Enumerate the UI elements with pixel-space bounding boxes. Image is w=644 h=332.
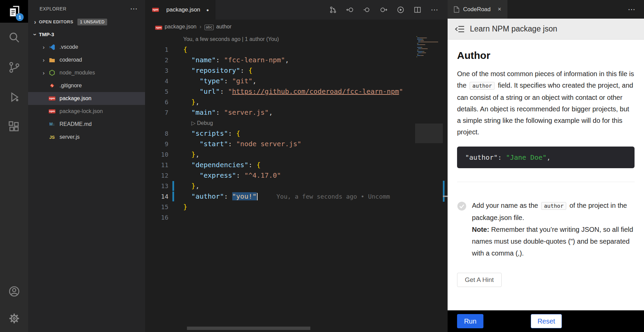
arrow-circle-right-icon[interactable] [379, 5, 388, 14]
modified-line-indicator [172, 192, 174, 201]
editor-group: npm package.json ● [145, 0, 448, 332]
tree-item-.vscode[interactable]: ›.vscode [28, 41, 145, 53]
node-icon [48, 70, 56, 76]
chevron-right-icon: › [40, 44, 48, 50]
line-number: 14 [145, 191, 183, 202]
divider [457, 182, 635, 182]
circle-dash-icon[interactable] [362, 5, 371, 14]
file-label: .gitignore [59, 83, 82, 89]
section-title: Author [457, 50, 635, 61]
npm-icon: npm [48, 96, 56, 101]
js-icon: JS [48, 135, 56, 140]
inline-code-chip: author [470, 82, 495, 90]
reset-button[interactable]: Reset [531, 314, 562, 328]
task-item: Add your name as the author of the proje… [457, 200, 635, 259]
code-line-1[interactable]: 1{ [145, 44, 443, 55]
section-paragraph: One of the most common pieces of informa… [457, 68, 635, 138]
coderoad-panel: CodeRoad × ⋯ Learn NPM package json Auth… [448, 0, 644, 332]
more-actions-icon[interactable]: ⋯ [130, 4, 138, 13]
arrow-circle-left-icon[interactable] [345, 5, 354, 14]
run-debug-icon[interactable] [0, 82, 28, 112]
code-line-3[interactable]: 3 "repository": { [145, 65, 443, 76]
debug-codelens[interactable]: ▷ Debug [145, 118, 443, 128]
code-line-13[interactable]: 13 }, [145, 181, 443, 191]
npm-icon: npm [151, 8, 160, 12]
menu-fold-icon[interactable] [455, 25, 464, 33]
overview-ruler [443, 34, 448, 322]
run-button[interactable]: Run [457, 314, 483, 328]
close-icon[interactable]: × [498, 6, 501, 13]
code-line-6[interactable]: 6 }, [145, 97, 443, 107]
panel-tab-label: CodeRoad [463, 6, 491, 13]
tree-item-README.md[interactable]: ›M↓README.md [28, 118, 145, 131]
horizontal-scrollbar[interactable] [145, 327, 448, 330]
code-area[interactable]: You, a few seconds ago | 1 author (You)1… [145, 34, 443, 223]
play-circle-icon[interactable] [396, 5, 405, 14]
line-number: 6 [145, 97, 183, 107]
tab-package-json[interactable]: npm package.json ● [145, 0, 215, 20]
extensions-icon[interactable] [0, 112, 28, 142]
git-icon [48, 83, 56, 89]
more-actions-icon[interactable]: ⋯ [430, 5, 439, 14]
scrollbar-thumb[interactable] [187, 327, 310, 330]
line-number: 12 [145, 170, 183, 181]
minimap-slider[interactable] [415, 124, 443, 143]
line-number: 10 [145, 149, 183, 160]
minimap[interactable] [416, 35, 442, 59]
text-cursor [257, 193, 258, 200]
search-icon[interactable] [0, 23, 28, 52]
git-pull-request-icon[interactable] [329, 5, 337, 14]
tree-item-package.json[interactable]: ›npmpackage.json [28, 92, 145, 105]
tree-item-coderoad[interactable]: ›coderoad [28, 53, 145, 66]
line-number: 9 [145, 139, 183, 149]
line-number: 7 [145, 107, 183, 118]
editor-tab-bar: npm package.json ● [145, 0, 448, 20]
code-line-10[interactable]: 10 }, [145, 149, 443, 160]
code-line-4[interactable]: 4 "type": "git", [145, 76, 443, 86]
npm-icon: npm [48, 109, 56, 113]
file-label: node_modules [59, 70, 95, 76]
tree-item-node_modules[interactable]: ›node_modules [28, 66, 145, 79]
explorer-sidebar: EXPLORER ⋯ › OPEN EDITORS 1 UNSAVED › TM… [28, 0, 145, 332]
tutorial-title: Learn NPM package json [470, 24, 557, 34]
code-line-14[interactable]: 14 "author": "you!"You, a few seconds ag… [145, 191, 443, 202]
project-root-header[interactable]: › TMP-3 [28, 28, 145, 41]
split-editor-icon[interactable] [413, 5, 422, 14]
code-line-7[interactable]: 7 "main": "server.js", [145, 107, 443, 118]
tree-item-.gitignore[interactable]: ›.gitignore [28, 79, 145, 92]
tree-item-server.js[interactable]: ›JSserver.js [28, 131, 145, 143]
breadcrumb-item-package.json[interactable]: npmpackage.json [155, 24, 196, 30]
code-line-12[interactable]: 12 "express": "^4.17.0" [145, 170, 443, 181]
tutorial-header: Learn NPM package json [448, 19, 644, 40]
tab-coderoad[interactable]: CodeRoad × [448, 0, 507, 19]
chevron-right-icon: › [199, 24, 201, 30]
tree-item-package-lock.json[interactable]: ›npmpackage-lock.json [28, 105, 145, 118]
line-number: 5 [145, 86, 183, 97]
tab-label: package.json [166, 6, 200, 13]
code-line-5[interactable]: 5 "url": "https://github.com/coderoad/fc… [145, 86, 443, 97]
breadcrumb-item-author[interactable]: abcauthor [205, 24, 232, 30]
code-line-16[interactable]: 16 [145, 212, 443, 223]
line-number: 16 [145, 212, 183, 223]
open-editors-header[interactable]: › OPEN EDITORS 1 UNSAVED [28, 16, 145, 28]
settings-gear-icon[interactable] [0, 305, 28, 332]
line-number: 4 [145, 76, 183, 86]
dirty-dot-icon[interactable]: ● [206, 7, 209, 13]
authors-codelens[interactable]: You, a few seconds ago | 1 author (You) [145, 34, 443, 44]
account-icon[interactable] [0, 278, 28, 305]
code-line-15[interactable]: 15} [145, 202, 443, 212]
code-line-11[interactable]: 11 "dependencies": { [145, 160, 443, 170]
more-actions-icon[interactable]: ⋯ [628, 5, 635, 14]
get-a-hint-button[interactable]: Get A Hint [457, 273, 502, 287]
code-line-8[interactable]: 8 "scripts": { [145, 128, 443, 139]
file-label: server.js [59, 134, 80, 140]
chevron-right-icon: › [40, 70, 48, 76]
explorer-badge: 1 [16, 13, 24, 21]
ruler-modified-mark [443, 181, 445, 191]
code-line-2[interactable]: 2 "name": "fcc-learn-npm", [145, 55, 443, 65]
source-control-icon[interactable] [0, 52, 28, 82]
tutorial-content: Author One of the most common pieces of … [448, 40, 644, 287]
explorer-activity-item[interactable]: 1 [0, 0, 28, 23]
code-line-9[interactable]: 9 "start": "node server.js" [145, 139, 443, 149]
coderoad-footer: Run Reset [448, 310, 644, 332]
